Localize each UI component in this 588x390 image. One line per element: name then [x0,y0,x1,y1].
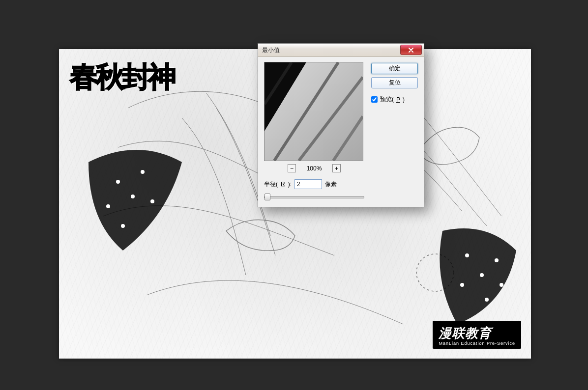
plus-icon: + [335,166,338,171]
reset-button[interactable]: 复位 [371,77,418,88]
slider-thumb[interactable] [265,194,270,200]
filter-preview[interactable] [264,62,363,161]
preview-mnemonic: P [396,96,400,103]
slider-track [264,196,364,198]
radius-label-suffix: ): [288,181,292,188]
radius-unit: 像素 [325,180,337,189]
dialog-right-column: 确定 复位 预览(P) [371,62,418,200]
preview-checkbox-row[interactable]: 预览(P) [371,95,418,104]
artwork-title-calligraphy: 春秋封神 [70,58,174,96]
zoom-out-button[interactable]: − [288,164,296,172]
ok-button[interactable]: 确定 [371,63,418,74]
dialog-title: 最小值 [262,46,280,55]
svg-point-7 [106,204,110,208]
brand-logo-cn: 漫联教育 [439,325,515,342]
close-icon [408,48,414,53]
brand-logo: 漫联教育 ManLian Education Pre-Service [433,321,521,349]
zoom-value: 100% [305,165,323,172]
svg-point-9 [150,199,154,203]
minus-icon: − [290,166,294,171]
svg-point-12 [480,273,484,277]
dialog-titlebar[interactable]: 最小值 [258,44,424,57]
svg-point-6 [131,195,135,198]
svg-point-14 [460,283,464,287]
zoom-in-button[interactable]: + [332,164,341,172]
svg-point-15 [485,298,489,302]
radius-row: 半径(R): 像素 [264,179,364,189]
svg-point-16 [500,283,503,287]
close-button[interactable] [400,45,422,55]
dialog-body: − 100% + 半径(R): 像素 确定 复位 预览( [258,57,424,207]
radius-label-prefix: 半径( [264,180,278,189]
brand-logo-en: ManLian Education Pre-Service [439,341,515,346]
minimum-filter-dialog: 最小值 [258,43,424,207]
radius-mnemonic: R [281,181,285,188]
svg-point-13 [495,258,499,262]
svg-point-5 [116,180,120,184]
preview-label-prefix: 预览( [380,95,394,104]
radius-input[interactable] [294,179,322,189]
zoom-controls: − 100% + [264,164,364,172]
svg-point-10 [121,224,125,228]
svg-point-8 [141,170,145,174]
preview-checkbox[interactable] [371,96,378,103]
dialog-left-column: − 100% + 半径(R): 像素 [264,62,364,200]
svg-point-11 [465,253,469,257]
radius-slider[interactable] [264,193,364,200]
preview-label-suffix: ) [403,96,405,103]
